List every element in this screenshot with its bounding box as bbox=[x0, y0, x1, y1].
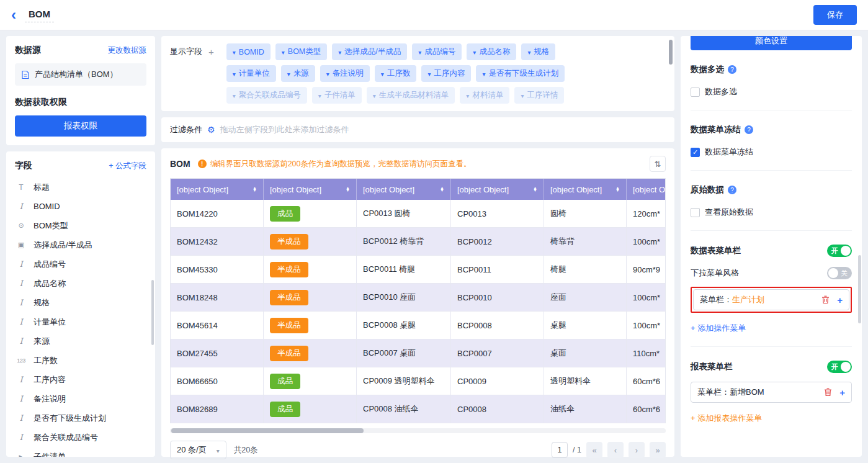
display-field-chip[interactable]: 来源 bbox=[281, 65, 315, 82]
table-menu-toggle[interactable]: 开 bbox=[827, 245, 852, 257]
display-field-chip[interactable]: 选择成品/半成品 bbox=[332, 43, 407, 60]
sort-arrows-icon[interactable] bbox=[253, 187, 257, 192]
column-header[interactable]: [object Object] bbox=[171, 179, 264, 200]
menu-bar-value[interactable]: 新增BOM bbox=[730, 387, 764, 398]
settings-scrollbar-thumb[interactable] bbox=[858, 255, 861, 323]
display-field-chip[interactable]: 子件清单 bbox=[312, 87, 362, 104]
sort-arrows-icon[interactable] bbox=[615, 187, 620, 192]
field-item[interactable]: ▶ 子件清单 bbox=[15, 447, 146, 457]
color-settings-button[interactable]: 颜色设置 bbox=[691, 36, 852, 50]
field-item[interactable]: I 来源 bbox=[15, 331, 146, 351]
help-icon[interactable] bbox=[728, 186, 736, 194]
display-field-chip[interactable]: 聚合关联成品编号 bbox=[226, 87, 307, 104]
formula-field-link[interactable]: + 公式字段 bbox=[109, 161, 146, 171]
field-item[interactable]: T 标题 bbox=[15, 178, 146, 197]
report-menu-toggle[interactable]: 开 bbox=[827, 361, 852, 373]
display-field-chip[interactable]: 工序详情 bbox=[514, 87, 564, 104]
add-icon[interactable] bbox=[837, 295, 843, 305]
trash-icon[interactable] bbox=[821, 295, 830, 304]
menu-bar-value[interactable]: 生产计划 bbox=[732, 294, 764, 305]
datasource-item[interactable]: 产品结构清单（BOM） bbox=[15, 63, 146, 86]
horizontal-scrollbar-thumb[interactable] bbox=[171, 428, 364, 433]
column-header[interactable]: [object Object] bbox=[544, 179, 627, 200]
field-item[interactable]: I 是否有下级生成计划 bbox=[15, 408, 146, 428]
help-icon[interactable] bbox=[745, 125, 753, 134]
trash-icon[interactable] bbox=[824, 388, 832, 397]
save-button[interactable]: 保存 bbox=[813, 5, 857, 25]
display-field-chip[interactable]: 生成半成品材料清单 bbox=[367, 87, 455, 104]
field-item[interactable]: I BOMID bbox=[15, 197, 146, 216]
display-field-chip[interactable]: 是否有下级生成计划 bbox=[476, 65, 565, 82]
table-row[interactable]: BOM66650 成品 CP0009 透明塑料伞 CP0009 透明塑料伞 60… bbox=[171, 367, 665, 395]
help-icon[interactable] bbox=[728, 65, 736, 74]
prev-page-icon[interactable]: ‹ bbox=[607, 442, 624, 458]
page-size-select[interactable]: 20 条/页 bbox=[170, 441, 226, 459]
menu-freeze-checkbox-row[interactable]: 数据菜单冻结 bbox=[691, 146, 852, 158]
add-icon[interactable] bbox=[839, 388, 845, 397]
column-header[interactable]: [object Object] bbox=[264, 179, 357, 200]
display-field-chip[interactable]: 备注说明 bbox=[320, 65, 370, 82]
display-field-chip[interactable]: BOM类型 bbox=[275, 43, 328, 60]
table-row[interactable]: BOM27455 半成品 BCP0007 桌面 BCP0007 桌面 110cm… bbox=[171, 339, 665, 367]
checkbox-unchecked[interactable] bbox=[691, 88, 700, 97]
column-header[interactable]: [object Object] bbox=[451, 179, 544, 200]
gear-icon[interactable] bbox=[207, 125, 215, 135]
field-item[interactable]: I 成品名称 bbox=[15, 274, 146, 293]
table-row[interactable]: BOM45330 半成品 BCP0011 椅腿 BCP0011 椅腿 90cm*… bbox=[171, 256, 665, 284]
fields-scrollbar-thumb[interactable] bbox=[151, 280, 154, 345]
column-header[interactable]: [object Object] bbox=[357, 179, 451, 200]
table-row[interactable]: BOM45614 半成品 BCP0008 桌腿 BCP0008 桌腿 100cm… bbox=[171, 312, 665, 339]
display-field-chip[interactable]: 材料清单 bbox=[460, 87, 509, 104]
chips-scrollbar-thumb[interactable] bbox=[669, 40, 673, 65]
field-item[interactable]: ▣ 选择成品/半成品 bbox=[15, 235, 146, 254]
sort-button[interactable] bbox=[650, 156, 666, 172]
display-field-chip[interactable]: 计量单位 bbox=[226, 65, 276, 82]
add-action-menu-link[interactable]: + 添加操作菜单 bbox=[691, 323, 746, 334]
horizontal-scrollbar[interactable] bbox=[170, 428, 666, 433]
menu-bar-item[interactable]: 菜单栏： 生产计划 bbox=[693, 289, 849, 310]
checkbox-unchecked[interactable] bbox=[691, 208, 700, 217]
report-permission-button[interactable]: 报表权限 bbox=[15, 115, 146, 137]
chevron-down-icon bbox=[381, 70, 384, 78]
display-field-chip[interactable]: 工序数 bbox=[375, 65, 417, 82]
display-field-chip[interactable]: 成品编号 bbox=[412, 43, 462, 60]
chevron-down-icon bbox=[473, 48, 476, 56]
menu-bar-item[interactable]: 菜单栏： 新增BOM bbox=[691, 382, 852, 403]
change-datasource-link[interactable]: 更改数据源 bbox=[108, 45, 147, 56]
sort-arrows-icon[interactable] bbox=[533, 187, 537, 192]
first-page-icon[interactable]: « bbox=[586, 442, 602, 458]
table-row[interactable]: BOM18248 半成品 BCP0010 座面 BCP0010 座面 100cm… bbox=[171, 284, 665, 312]
table-row[interactable]: BOM12432 半成品 BCP0012 椅靠背 BCP0012 椅靠背 100… bbox=[171, 228, 665, 256]
toggle-knob bbox=[841, 362, 851, 372]
display-field-chip[interactable]: 成品名称 bbox=[467, 43, 516, 60]
next-page-icon[interactable]: › bbox=[629, 442, 645, 458]
dropdown-style-toggle[interactable]: 关 bbox=[827, 267, 852, 279]
raw-data-checkbox-row[interactable]: 查看原始数据 bbox=[691, 207, 852, 218]
display-field-chip[interactable]: 规格 bbox=[521, 43, 555, 60]
table-row[interactable]: BOM82689 成品 CP0008 油纸伞 CP0008 油纸伞 60cm*6 bbox=[171, 395, 665, 423]
add-report-menu-link[interactable]: + 添加报表操作菜单 bbox=[691, 413, 762, 424]
field-item[interactable]: I 工序内容 bbox=[15, 370, 146, 389]
column-header[interactable]: [object Object] bbox=[627, 179, 665, 200]
table-row[interactable]: BOM14220 成品 CP0013 圆椅 CP0013 圆椅 120cm* bbox=[171, 200, 665, 228]
field-item[interactable]: I 备注说明 bbox=[15, 389, 146, 408]
field-item[interactable]: ⊙ BOM类型 bbox=[15, 216, 146, 235]
field-item[interactable]: I 聚合关联成品编号 bbox=[15, 428, 146, 447]
sort-arrows-icon[interactable] bbox=[346, 187, 350, 192]
cell-product-name: 油纸伞 bbox=[544, 395, 627, 423]
filter-section[interactable]: 过滤条件 拖动左侧字段到此处来添加过滤条件 bbox=[161, 117, 674, 142]
field-item[interactable]: I 计量单位 bbox=[15, 312, 146, 331]
last-page-icon[interactable]: » bbox=[650, 442, 666, 458]
chip-label: 工序详情 bbox=[527, 90, 558, 101]
display-field-chip[interactable]: 工序内容 bbox=[421, 65, 471, 82]
multi-select-checkbox-row[interactable]: 数据多选 bbox=[691, 86, 852, 97]
back-icon[interactable]: ‹ bbox=[11, 9, 16, 21]
field-item[interactable]: I 成品编号 bbox=[15, 254, 146, 274]
field-item[interactable]: I 规格 bbox=[15, 293, 146, 312]
page-input[interactable]: 1 bbox=[552, 442, 568, 458]
display-field-chip[interactable]: BOMID bbox=[226, 43, 271, 60]
add-display-field-icon[interactable]: + bbox=[208, 47, 214, 57]
sort-arrows-icon[interactable] bbox=[440, 187, 444, 192]
field-item[interactable]: 123 工序数 bbox=[15, 351, 146, 370]
checkbox-checked[interactable] bbox=[691, 148, 700, 157]
